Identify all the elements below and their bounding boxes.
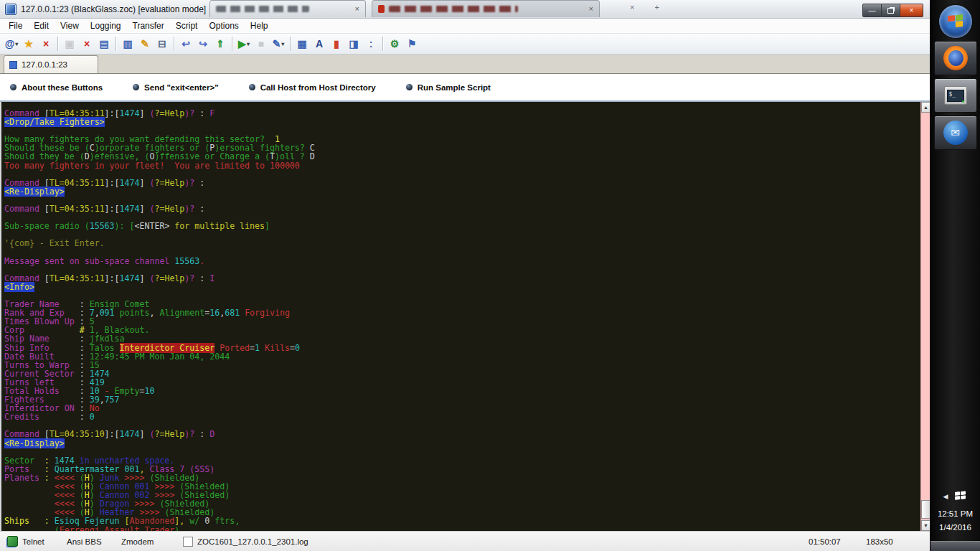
modem-settings-icon[interactable]: ◨: [346, 36, 362, 52]
toolbar-separator: [382, 37, 383, 51]
session-tab-label: 127.0.0.1:23: [22, 60, 67, 69]
dropdown-arrow-icon[interactable]: ▾: [15, 41, 18, 47]
action-center-flag-icon[interactable]: [955, 491, 967, 502]
paste-icon[interactable]: ▥: [120, 36, 136, 52]
terminal-line: Command [TL=04:35:11]:[1474] (?=Help)? :…: [4, 274, 315, 283]
dropdown-arrow-icon[interactable]: ▾: [281, 41, 284, 47]
stop-script-icon: ■: [253, 36, 269, 52]
run-script-icon[interactable]: ▶▾: [236, 36, 252, 52]
taskbar-thunderbird-button[interactable]: ✉: [934, 116, 977, 150]
quick-button-label: About these Buttons: [22, 83, 103, 92]
bullet-icon: [406, 84, 413, 90]
status-online-time: 01:50:07: [809, 537, 866, 546]
minimize-button[interactable]: —: [862, 4, 882, 17]
session-tab-icon: [9, 61, 17, 69]
keyboard-map-icon[interactable]: A: [311, 36, 327, 52]
toolbar-separator: [290, 37, 291, 51]
desktop: 127.0.0.1:23 (BlackGlass.zoc) [evaluatio…: [0, 0, 980, 551]
firefox-icon: [943, 46, 968, 70]
clock-date: 1/4/2016: [938, 521, 973, 534]
background-browser-tab[interactable]: ×: [372, 0, 600, 17]
toolbar-separator: [116, 37, 116, 51]
restore-button[interactable]: [882, 4, 900, 17]
quick-button[interactable]: Send "exit<enter>": [133, 83, 219, 92]
close-button[interactable]: ×: [900, 4, 923, 17]
background-browser-tab[interactable]: ×: [209, 0, 366, 17]
tab-close-icon[interactable]: ×: [355, 5, 359, 13]
menu-item-transfer[interactable]: Transfer: [127, 19, 170, 32]
quick-button[interactable]: About these Buttons: [10, 83, 103, 92]
title-bar: 127.0.0.1:23 (BlackGlass.zoc) [evaluatio…: [0, 0, 930, 19]
favorites-connect-icon[interactable]: ★: [21, 36, 37, 52]
blurred-tab-text: [216, 6, 309, 12]
program-settings-icon[interactable]: ⚙: [387, 36, 402, 52]
terminal-line: Command [TL=04:35:10]:[1474] (?=Help)? :…: [4, 430, 315, 438]
bullet-icon: [133, 84, 139, 90]
quick-button-label: Call Host from Host Directory: [260, 83, 376, 92]
terminal-line: Too many fighters in your fleet! You are…: [4, 161, 315, 170]
menu-item-logging[interactable]: Logging: [85, 19, 127, 32]
reconnect-icon: ▣: [62, 36, 77, 52]
menu-item-view[interactable]: View: [55, 19, 85, 32]
zoc-window: 127.0.0.1:23 (BlackGlass.zoc) [evaluatio…: [0, 0, 930, 551]
terminal-line: Command [TL=04:35:11]:[1474] (?=Help)? :: [4, 204, 315, 213]
bullet-icon: [10, 84, 17, 90]
terminal-line: <Re-Display>: [4, 439, 315, 448]
taskbar-firefox-button[interactable]: [934, 41, 977, 75]
tab-close-icon[interactable]: ×: [589, 5, 593, 13]
site-favicon: [378, 5, 385, 13]
taskbar-terminal-button[interactable]: $_: [934, 78, 977, 113]
quick-button-label: Send "exit<enter>": [144, 83, 219, 92]
terminal-line: Credits : 0: [4, 413, 315, 421]
host-directory-icon[interactable]: @▾: [4, 36, 19, 52]
terminal-scrollbar[interactable]: ▲ ▼: [920, 102, 930, 531]
file-transfer-icon[interactable]: ⇑: [212, 36, 228, 52]
show-hidden-icons-arrow[interactable]: ◀: [943, 493, 948, 500]
menu-item-edit[interactable]: Edit: [28, 19, 55, 32]
start-button[interactable]: [939, 5, 972, 38]
show-desktop-button[interactable]: [930, 541, 980, 551]
new-tab-markers[interactable]: ×+: [630, 3, 659, 11]
session-tab[interactable]: 127.0.0.1:23: [4, 55, 98, 73]
toolbar-separator: [57, 37, 58, 51]
status-log-file: ZOC1601_127.0.0.1_2301.log: [197, 537, 308, 546]
comm-settings-icon[interactable]: :: [363, 36, 379, 52]
clock-time: 12:51 PM: [938, 507, 973, 520]
log-checkbox[interactable]: [183, 537, 193, 547]
status-transport: Telnet: [22, 537, 67, 546]
terminal-line: '{com} - Exit Enter.: [4, 239, 315, 248]
disconnect-icon[interactable]: ×: [79, 36, 95, 52]
edit-text-icon[interactable]: ✎: [137, 36, 153, 52]
undo-arrow-icon[interactable]: ↩: [178, 36, 194, 52]
menu-item-script[interactable]: Script: [170, 19, 204, 32]
status-bar: Telnet Ansi BBS Zmodem ZOC1601_127.0.0.1…: [0, 531, 930, 551]
terminal[interactable]: Command [TL=04:35:11]:[1474] (?=Help)? :…: [0, 102, 930, 531]
session-tab-row: 127.0.0.1:23: [0, 55, 930, 74]
terminal-line: (Ferrengi Assault Trader): [4, 526, 315, 532]
window-title: 127.0.0.1:23 (BlackGlass.zoc) [evaluatio…: [21, 4, 206, 14]
menu-bar: FileEditViewLoggingTransferScriptOptions…: [0, 19, 930, 34]
dropdown-arrow-icon[interactable]: ▾: [247, 41, 250, 47]
close-window-icon[interactable]: ×: [38, 36, 54, 52]
session-log-icon[interactable]: ▤: [96, 36, 112, 52]
connection-status-icon: [7, 536, 18, 547]
terminal-line: Sub-space radio (15563): [<ENTER> for mu…: [4, 222, 315, 230]
bullet-icon: [249, 84, 255, 90]
session-profile-icon[interactable]: ▦: [294, 36, 310, 52]
admin-settings-icon[interactable]: ⚑: [404, 36, 420, 52]
send-text-icon[interactable]: ↪: [195, 36, 211, 52]
menu-item-options[interactable]: Options: [203, 19, 244, 32]
menu-item-file[interactable]: File: [3, 19, 28, 32]
ansi-colors-icon[interactable]: ▮: [329, 36, 344, 52]
menu-item-help[interactable]: Help: [245, 19, 274, 32]
terminal-line: Message sent on sub-space channel 15563.: [4, 257, 315, 265]
quick-button[interactable]: Call Host from Host Directory: [249, 83, 376, 92]
edit-script-icon[interactable]: ✎▾: [270, 36, 286, 52]
toolbar-separator: [232, 37, 232, 51]
taskbar-clock[interactable]: 12:51 PM 1/4/2016: [938, 507, 973, 534]
taskbar: $_ ✉ ◀ 12:51 PM 1/4/2016: [930, 0, 980, 551]
toolbar-separator: [174, 37, 174, 51]
toolbar: @▾★×▣×▤▥✎⊟↩↪⇑▶▾■✎▾▦A▮◨:⚙⚑: [0, 34, 930, 55]
print-capture-icon[interactable]: ⊟: [154, 36, 170, 52]
quick-button[interactable]: Run Sample Script: [406, 83, 491, 92]
